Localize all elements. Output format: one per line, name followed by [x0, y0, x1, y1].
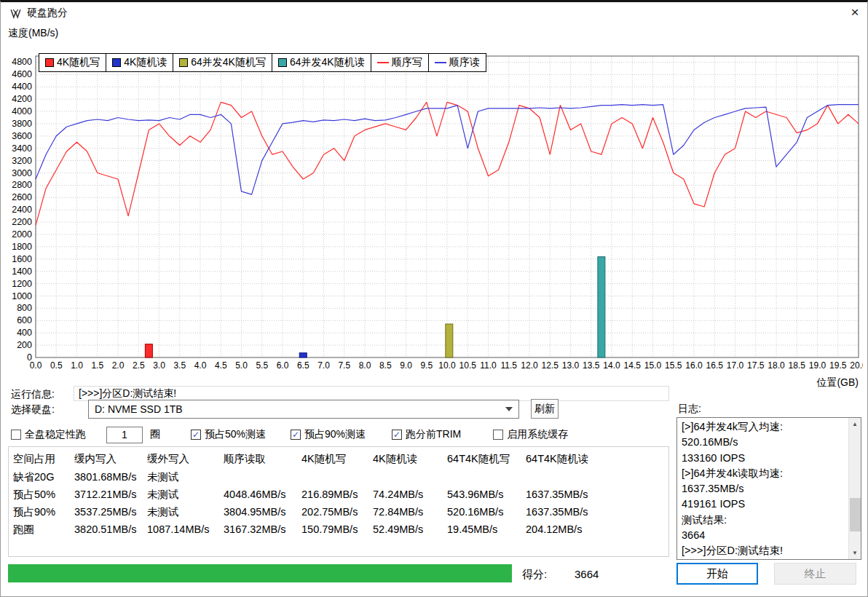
column-header: 空间占用: [13, 452, 74, 466]
scrollbar-thumb[interactable]: [850, 498, 861, 531]
legend-swatch: [179, 58, 188, 67]
disk-select-label: 选择硬盘:: [11, 403, 55, 416]
checkbox-pre50[interactable]: ✓: [191, 430, 201, 440]
table-cell: 3804.95MB/s: [224, 506, 301, 518]
log-lines: [>]64并发4k写入均速:520.16MB/s133160 IOPS[>]64…: [677, 418, 861, 559]
progress-fill: [8, 564, 512, 582]
svg-text:18.5: 18.5: [789, 360, 806, 371]
svg-text:12.5: 12.5: [542, 360, 559, 371]
window-title: 硬盘跑分: [27, 7, 68, 20]
app-icon: [9, 7, 22, 20]
legend-label: 4K随机读: [124, 56, 167, 69]
y-axis-title: 速度(MB/s): [8, 27, 58, 40]
svg-text:4.5: 4.5: [215, 360, 227, 371]
column-header: 4K随机读: [373, 452, 447, 466]
legend-item: 64并发4K随机写: [173, 54, 272, 71]
table-row: 跑圈3820.51MB/s1087.14MB/s3167.32MB/s150.7…: [9, 521, 668, 538]
legend-swatch: [278, 58, 287, 67]
option-full-stability-label: 全盘稳定性跑: [25, 428, 86, 441]
results-table: 空间占用缓内写入缓外写入顺序读取4K随机写4K随机读64T4K随机写64T4K随…: [8, 446, 669, 557]
option-trim[interactable]: ✓ 跑分前TRIM: [392, 428, 461, 441]
scroll-up-icon[interactable]: ▲: [849, 418, 861, 430]
log-panel[interactable]: [>]64并发4k写入均速:520.16MB/s133160 IOPS[>]64…: [676, 417, 861, 560]
option-syscache[interactable]: 启用系统缓存: [493, 428, 568, 441]
option-pre90[interactable]: ✓ 预占90%测速: [291, 428, 366, 441]
svg-text:400: 400: [17, 328, 32, 338]
table-cell: 预占50%: [13, 488, 74, 502]
svg-text:10.0: 10.0: [438, 360, 456, 371]
table-cell: 跑圈: [13, 523, 74, 537]
svg-text:2200: 2200: [12, 217, 32, 227]
svg-text:3800: 3800: [12, 119, 32, 129]
table-row: 缺省20G3801.68MB/s未测试: [9, 468, 668, 486]
disk-combobox-value: D: NVME SSD 1TB: [95, 403, 183, 415]
legend-label: 64并发4K随机读: [290, 56, 365, 69]
disk-combobox[interactable]: D: NVME SSD 1TB: [88, 400, 519, 419]
log-label: 日志:: [678, 403, 701, 416]
run-info-field: [>>>]分区D:测试结束!: [74, 386, 669, 401]
svg-text:2.0: 2.0: [112, 360, 125, 371]
checkbox-pre90[interactable]: ✓: [291, 430, 301, 440]
table-cell: 1637.35MB/s: [526, 506, 664, 518]
table-cell: 74.24MB/s: [373, 489, 447, 500]
table-cell: 150.79MB/s: [301, 523, 373, 535]
svg-text:1000: 1000: [12, 291, 32, 301]
svg-text:11.5: 11.5: [501, 360, 518, 371]
svg-text:20.0: 20.0: [850, 360, 863, 371]
svg-text:4000: 4000: [12, 106, 32, 116]
svg-text:11.0: 11.0: [480, 360, 497, 371]
svg-text:1600: 1600: [12, 254, 32, 264]
refresh-button[interactable]: 刷新: [531, 399, 559, 419]
stop-button[interactable]: 终止: [774, 563, 856, 585]
svg-text:4400: 4400: [12, 82, 32, 92]
svg-text:5.5: 5.5: [256, 360, 268, 371]
svg-text:3400: 3400: [12, 143, 32, 154]
column-header: 顺序读取: [224, 452, 301, 466]
svg-text:14.0: 14.0: [603, 360, 620, 371]
legend-label: 顺序读: [449, 56, 480, 69]
svg-text:0.0: 0.0: [30, 360, 42, 371]
run-info-label: 运行信息:: [11, 388, 55, 401]
checkbox-trim[interactable]: ✓: [392, 430, 402, 440]
legend-swatch: [435, 62, 446, 63]
legend-swatch: [45, 58, 54, 67]
close-icon[interactable]: ×: [843, 2, 867, 24]
svg-text:8.0: 8.0: [359, 360, 371, 371]
svg-text:2.5: 2.5: [133, 360, 145, 371]
log-line: 3664: [682, 528, 856, 543]
log-scrollbar[interactable]: ▲ ▼: [848, 418, 861, 559]
score-label: 得分:: [522, 568, 547, 582]
chart-legend: 4K随机写4K随机读64并发4K随机写64并发4K随机读顺序写顺序读: [39, 53, 486, 72]
start-button[interactable]: 开始: [676, 563, 758, 585]
option-pre50-label: 预占50%测速: [205, 428, 266, 441]
log-line: [>>>]分区D:测试结束!: [682, 543, 856, 558]
column-header: 缓内写入: [74, 452, 147, 466]
log-line: 133160 IOPS: [682, 451, 856, 466]
svg-text:1800: 1800: [12, 242, 32, 252]
legend-swatch: [377, 62, 389, 63]
option-pre50[interactable]: ✓ 预占50%测速: [191, 428, 266, 441]
titlebar: 硬盘跑分 ×: [1, 2, 867, 24]
checkbox-full-stability[interactable]: [11, 430, 21, 440]
option-syscache-label: 启用系统缓存: [507, 428, 568, 441]
table-cell: 未测试: [147, 488, 224, 502]
svg-text:1.5: 1.5: [91, 360, 103, 371]
table-cell: 未测试: [147, 505, 224, 519]
svg-text:7.0: 7.0: [317, 360, 330, 371]
svg-text:17.0: 17.0: [727, 360, 744, 371]
option-full-stability[interactable]: 全盘稳定性跑: [11, 428, 86, 441]
chart-canvas: 0200400600800100012001400160018002000220…: [7, 44, 863, 373]
log-line: 测试结果:: [682, 513, 856, 528]
table-cell: 3537.25MB/s: [74, 506, 147, 518]
loops-input[interactable]: [106, 427, 143, 443]
score-value: 3664: [575, 568, 599, 580]
svg-text:12.0: 12.0: [521, 360, 538, 371]
table-cell: 19.45MB/s: [447, 523, 526, 535]
svg-text:19.5: 19.5: [829, 360, 847, 371]
checkbox-syscache[interactable]: [493, 430, 503, 440]
table-cell: 4048.46MB/s: [224, 489, 301, 500]
legend-item: 4K随机读: [106, 54, 173, 71]
scroll-down-icon[interactable]: ▼: [849, 547, 861, 559]
table-cell: 1637.35MB/s: [526, 489, 664, 500]
log-line: [>]64并发4k读取均速:: [682, 466, 856, 481]
